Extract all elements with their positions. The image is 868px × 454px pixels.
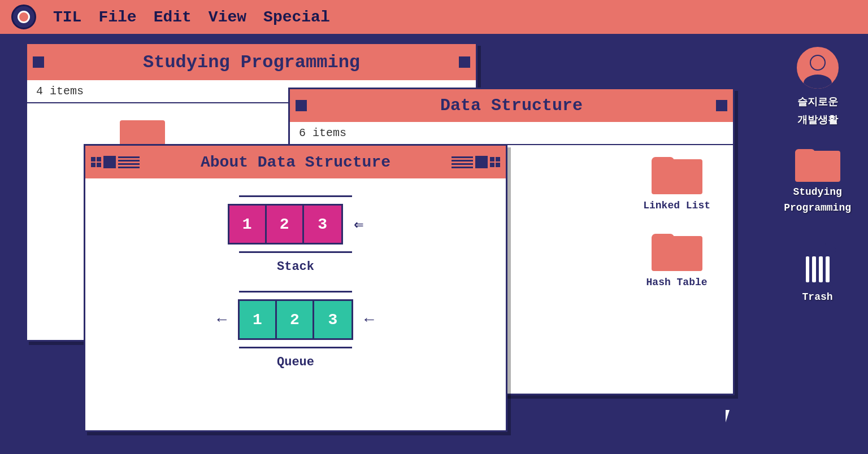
window-ds-info: 6 items: [290, 122, 733, 145]
menu-view[interactable]: View: [209, 8, 246, 26]
stack-bottom-line: [239, 251, 352, 253]
trash-label: Trash: [802, 291, 833, 303]
stack-arrow: ⇐: [354, 215, 364, 234]
list-item[interactable]: Linked List: [643, 151, 710, 211]
titlebar-about-ds[interactable]: About Data Structure: [85, 146, 506, 178]
queue-arrow-left: ←: [217, 311, 227, 329]
avatar-head: [810, 55, 826, 71]
window-about-ds: About Data Structure: [84, 144, 507, 432]
avatar: [795, 45, 840, 90]
stack-box-1: 1: [229, 206, 267, 243]
menu-file[interactable]: File: [98, 8, 136, 26]
queue-top-line: [239, 291, 352, 293]
stack-row: 1 2 3 ⇐: [228, 204, 364, 245]
close-button-ds[interactable]: [296, 100, 307, 111]
window-studying-title: Studying Programming: [143, 52, 360, 73]
list-item[interactable]: Hash Table: [646, 228, 708, 288]
maximize-button-ds[interactable]: [716, 100, 727, 111]
user-label-line2: 개발생활: [797, 113, 838, 126]
queue-box-3: 3: [314, 301, 351, 338]
studying-label-line2: Programming: [784, 202, 851, 213]
folder-icon-linked-list: [652, 151, 702, 194]
queue-label: Queue: [277, 355, 314, 369]
about-ds-content: 1 2 3 ⇐ Stack ← 1 2 3 ← Queue: [85, 178, 506, 386]
trash-body: [802, 253, 833, 286]
trash-lid: [800, 247, 836, 253]
ds-right-folders: Linked List Hash Table: [643, 151, 710, 288]
menu-edit[interactable]: Edit: [154, 8, 192, 26]
user-label-line1: 슬지로운: [797, 95, 838, 108]
stack-boxes: 1 2 3: [228, 204, 343, 245]
app-logo[interactable]: [11, 5, 36, 29]
close-button[interactable]: [33, 56, 44, 68]
queue-row: ← 1 2 3 ←: [217, 299, 374, 340]
maximize-button[interactable]: [459, 56, 470, 68]
trash-stripe: [806, 256, 810, 282]
stack-diagram: 1 2 3 ⇐ Stack: [108, 195, 483, 274]
desktop-icon-user[interactable]: 슬지로운 개발생활: [795, 45, 840, 126]
desktop-icons: 슬지로운 개발생활 Studying Programming Trash: [784, 45, 851, 314]
avatar-body: [804, 75, 832, 90]
menu-bar: TIL File Edit View Special: [0, 0, 868, 34]
menu-special[interactable]: Special: [263, 8, 330, 26]
window-about-ds-title: About Data Structure: [201, 154, 390, 171]
stack-box-3: 3: [304, 206, 341, 243]
folder-label-linked-list: Linked List: [643, 200, 710, 211]
window-ds-title: Data Structure: [440, 96, 583, 115]
desktop-folder-icon: [795, 143, 840, 182]
queue-box-1: 1: [240, 301, 277, 338]
queue-bottom-line: [239, 347, 352, 348]
queue-arrow-right: ←: [364, 311, 374, 329]
desktop-icon-studying[interactable]: Studying Programming: [784, 143, 851, 213]
queue-diagram: ← 1 2 3 ← Queue: [108, 291, 483, 369]
stack-top-line: [239, 195, 352, 197]
studying-label-line1: Studying: [793, 186, 841, 198]
folder-label-hash-table: Hash Table: [646, 277, 708, 288]
titlebar-data-structure[interactable]: Data Structure: [290, 89, 733, 122]
trash-stripe: [812, 256, 816, 282]
cursor-shape: [724, 409, 736, 425]
queue-box-2: 2: [277, 301, 314, 338]
trash-icon: [801, 247, 835, 287]
trash-stripe: [826, 256, 830, 282]
folder-icon-hash-table: [652, 228, 702, 271]
queue-boxes: 1 2 3: [238, 299, 353, 340]
trash-stripe: [819, 256, 823, 282]
stack-box-2: 2: [267, 206, 304, 243]
titlebar-studying[interactable]: Studying Programming: [27, 44, 476, 80]
stack-label: Stack: [277, 260, 314, 274]
menu-til[interactable]: TIL: [53, 8, 81, 26]
desktop-icon-trash[interactable]: Trash: [801, 247, 835, 303]
